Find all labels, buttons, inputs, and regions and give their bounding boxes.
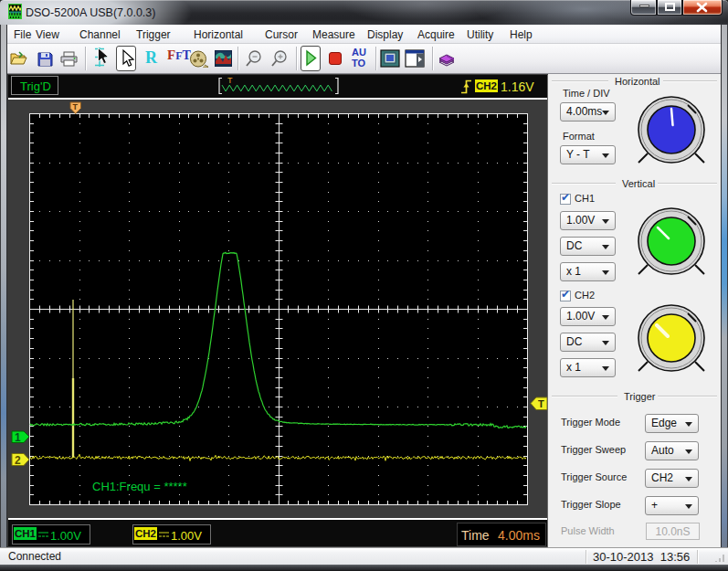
- svg-text:1: 1: [15, 431, 21, 444]
- svg-text:CH1:Frequ = *****: CH1:Frequ = *****: [92, 480, 187, 493]
- svg-text:T: T: [73, 102, 79, 111]
- svg-text:T: T: [227, 76, 233, 85]
- svg-text:T: T: [538, 398, 544, 409]
- svg-text:2: 2: [15, 454, 21, 467]
